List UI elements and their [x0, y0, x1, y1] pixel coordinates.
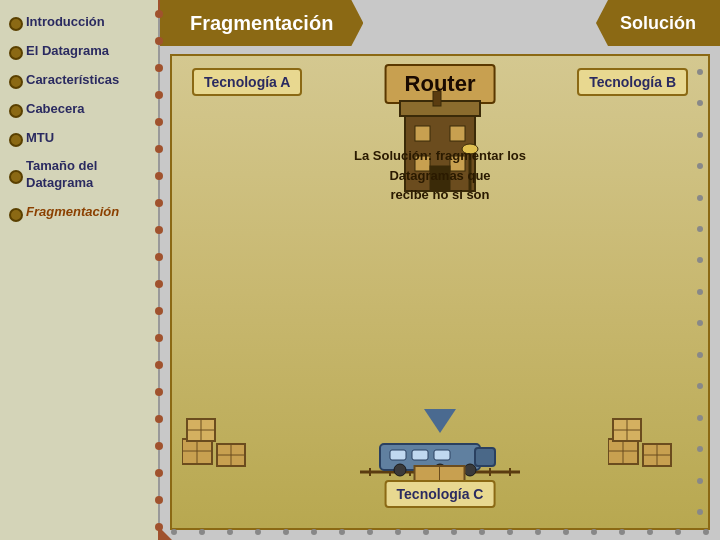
sidebar-item-caracteristicas[interactable]: Características — [0, 66, 158, 95]
page-container: Introducción El Datagrama Característica… — [0, 0, 720, 540]
svg-rect-7 — [433, 91, 441, 106]
tech-c-label: Tecnología C — [385, 480, 496, 508]
arrow-down — [424, 409, 456, 433]
sidebar-item-mtu[interactable]: MTU — [0, 124, 158, 153]
crates-right — [608, 409, 678, 473]
bullet-icon — [6, 72, 22, 88]
bullet-icon — [6, 130, 22, 146]
bullet-icon — [6, 101, 22, 117]
right-dots — [694, 56, 706, 528]
sidebar-item-cabecera[interactable]: Cabecera — [0, 95, 158, 124]
header-bar: Fragmentación Solución — [160, 0, 720, 46]
tech-b-label: Tecnología B — [577, 68, 688, 96]
bullet-icon-active — [6, 205, 22, 221]
main-panel: Router Tecnología A Tecnología B — [170, 54, 710, 530]
svg-rect-21 — [390, 450, 406, 460]
description-text: La Solución: fragmentar los Datagramas q… — [300, 146, 580, 205]
sidebar-item-tamano[interactable]: Tamaño del Datagrama — [0, 152, 158, 198]
tech-a-label: Tecnología A — [192, 68, 302, 96]
header-title: Fragmentación — [160, 0, 363, 46]
scene: Router Tecnología A Tecnología B — [172, 56, 708, 528]
bullet-icon — [6, 14, 22, 30]
svg-rect-22 — [412, 450, 428, 460]
bullet-icon — [6, 167, 22, 183]
svg-rect-23 — [434, 450, 450, 460]
svg-rect-20 — [475, 448, 495, 466]
sidebar-item-introduccion[interactable]: Introducción — [0, 8, 158, 37]
sidebar-dots — [152, 0, 166, 540]
svg-rect-2 — [415, 126, 430, 141]
crates-left — [182, 409, 252, 473]
bottom-dots — [160, 526, 720, 538]
svg-point-24 — [394, 464, 406, 476]
sidebar-item-fragmentacion[interactable]: Fragmentación — [0, 198, 158, 227]
header-solution: Solución — [596, 0, 720, 46]
bullet-icon — [6, 43, 22, 59]
content-area: Fragmentación Solución Router Tecnología… — [160, 0, 720, 540]
sidebar-item-datagrama[interactable]: El Datagrama — [0, 37, 158, 66]
svg-rect-3 — [450, 126, 465, 141]
sidebar: Introducción El Datagrama Característica… — [0, 0, 160, 540]
